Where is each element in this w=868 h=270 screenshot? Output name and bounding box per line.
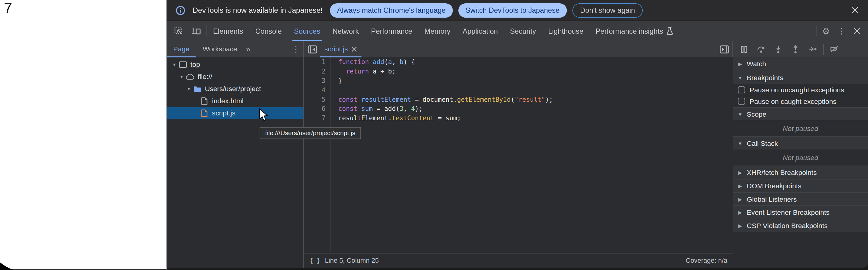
sidebar-section-watch[interactable]: ▶Watch [733,57,868,71]
token-pl: = sum; [434,114,461,122]
tab-network[interactable]: Network [327,21,365,41]
editor-file-tab[interactable]: script.js [319,41,363,58]
step-into-icon[interactable] [772,42,785,56]
token-kw: const [338,105,358,112]
navigator-kebab-icon[interactable]: ⋮ [292,41,303,58]
cursor-position-label: Line 5, Column 25 [325,257,379,264]
line-number[interactable]: 1 [304,57,326,67]
tab-memory[interactable]: Memory [418,21,457,41]
checkbox-icon[interactable] [738,98,745,105]
tab-performance[interactable]: Performance [365,21,418,41]
line-number[interactable]: 4 [304,86,326,95]
line-number[interactable]: 6 [304,104,326,114]
more-options-kebab-icon[interactable]: ⋮ [835,24,848,38]
tab-strips-row: PageWorkspace » ⋮ script.js [167,41,868,58]
checkbox-row-pause-on-uncaught-exceptions[interactable]: Pause on uncaught exceptions [733,84,868,95]
sidebar-section-global-listeners[interactable]: ▶Global Listeners [733,192,868,206]
tab-console[interactable]: Console [249,21,288,41]
code-line[interactable]: const resultElement = document.getElemen… [338,95,553,104]
checkbox-icon[interactable] [738,86,745,94]
sidebar-section-call-stack[interactable]: ▼Call Stack [733,137,868,150]
token-pl: ) { [403,58,415,66]
step-over-icon[interactable] [754,42,768,56]
tree-disclosure-icon[interactable]: ▾ [186,86,192,92]
collapse-navigator-icon[interactable] [306,42,319,56]
token-pl: ); [545,96,553,103]
line-number[interactable]: 7 [304,114,326,123]
triangle-right-icon: ▶ [737,196,743,202]
sidebar-section-xhr-fetch-breakpoints[interactable]: ▶XHR/fetch Breakpoints [733,166,868,179]
tree-item-top[interactable]: ▾top [167,59,303,71]
tab-label: Memory [424,27,451,35]
tree-item-script-js[interactable]: script.js [167,107,303,119]
infobar-close-button[interactable] [848,4,861,17]
tab-security[interactable]: Security [504,21,542,41]
line-number[interactable]: 5 [304,95,326,104]
sidebar-section-csp-violation-breakpoints[interactable]: ▶CSP Violation Breakpoints [733,219,868,232]
sidebar-section-event-listener-breakpoints[interactable]: ▶Event Listener Breakpoints [733,205,868,219]
code-line[interactable] [338,86,553,95]
info-icon [174,4,187,17]
checkbox-row-pause-on-caught-exceptions[interactable]: Pause on caught exceptions [733,96,868,107]
tree-item-file[interactable]: ▾file:// [167,71,303,83]
deactivate-breakpoints-icon[interactable] [828,42,841,56]
triangle-right-icon: ▶ [737,61,743,67]
tab-overflow-chevrons-icon[interactable]: » [244,41,253,58]
tab-performance-insights[interactable]: Performance insights [589,21,679,41]
sidebar-section-dom-breakpoints[interactable]: ▶DOM Breakpoints [733,179,868,192]
navigator-tabs: PageWorkspace [167,41,244,58]
toggle-debugger-sidebar-icon[interactable] [717,42,731,56]
code-view: 1234567 function add(a, b) { return a + … [304,57,733,253]
checkbox-label: Pause on uncaught exceptions [749,86,844,94]
token-pl: a + b; [369,67,396,75]
pause-script-icon[interactable] [737,42,751,56]
toolbar-lead-icons [167,21,207,41]
tab-application[interactable]: Application [457,21,504,41]
code-lines[interactable]: function add(a, b) { return a + b;} cons… [331,57,553,253]
triangle-down-icon: ▼ [737,111,743,117]
folder-icon [192,85,202,93]
navigator-strip: PageWorkspace » ⋮ [167,41,304,58]
tab-close-icon[interactable] [352,47,357,52]
line-number[interactable]: 3 [304,76,326,86]
infobar-button-always-match-chrome-s-language[interactable]: Always match Chrome's language [330,3,453,17]
tab-elements[interactable]: Elements [207,21,249,41]
tree-item-users-user-project[interactable]: ▾Users/user/project [167,83,303,95]
line-number[interactable]: 2 [304,67,326,76]
tab-sources[interactable]: Sources [288,21,327,41]
line-number-gutter[interactable]: 1234567 [304,57,331,253]
step-out-icon[interactable] [789,42,802,56]
code-line[interactable]: const sum = add(3, 4); [338,104,553,114]
token-pl: ); [415,105,423,112]
token-kw: function [338,58,369,66]
pretty-print-icon[interactable]: { } [309,257,320,264]
inspect-element-icon[interactable] [172,24,186,38]
debugger-controls [733,41,868,58]
devtools-close-icon[interactable] [850,24,864,38]
settings-gear-icon[interactable]: ⚙ [819,24,833,38]
sidebar-section-label: Scope [747,110,767,118]
code-line[interactable]: resultElement.textContent = sum; [338,114,553,123]
checkbox-label: Pause on caught exceptions [749,97,836,105]
tree-disclosure-icon[interactable]: ▾ [171,62,178,67]
navigator-tab-workspace[interactable]: Workspace [196,41,244,58]
infobar-button-don-t-show-again[interactable]: Don't show again [572,3,643,17]
tree-disclosure-icon[interactable]: ▾ [178,74,185,80]
sidebar-section-breakpoints[interactable]: ▼Breakpoints [733,71,868,84]
code-line[interactable]: } [338,76,553,86]
code-line[interactable]: function add(a, b) { [338,57,553,67]
infobar-button-switch-devtools-to-japanese[interactable]: Switch DevTools to Japanese [458,3,567,17]
tree-item-index-html[interactable]: index.html [167,95,303,107]
main-toolbar: ElementsConsoleSourcesNetworkPerformance… [167,21,868,41]
sidebar-section-scope[interactable]: ▼Scope [733,107,868,121]
navigator-tab-page[interactable]: Page [167,41,196,58]
tab-lighthouse[interactable]: Lighthouse [542,21,589,41]
panel-tabs: ElementsConsoleSourcesNetworkPerformance… [207,21,679,41]
step-icon[interactable] [806,42,819,56]
file-path-tooltip: file:///Users/user/project/script.js [260,127,361,139]
token-pr: getElementById [457,96,511,103]
token-pl [369,58,373,66]
code-line[interactable]: return a + b; [338,67,553,76]
editor-strip: script.js [304,41,733,58]
device-toolbar-icon[interactable] [190,24,203,38]
